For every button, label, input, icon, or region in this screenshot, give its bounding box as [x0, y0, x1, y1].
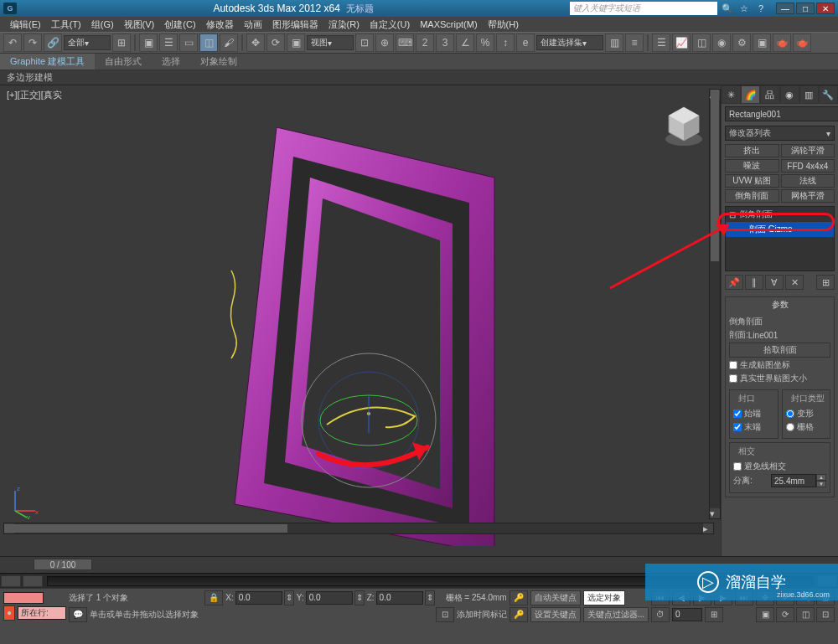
mod-extrude[interactable]: 挤出 [725, 144, 779, 157]
help-icon[interactable]: ☆ [737, 3, 751, 14]
esnap-button[interactable]: e [516, 33, 535, 52]
object-name-input[interactable] [725, 106, 838, 121]
menu-group[interactable]: 组(G) [86, 18, 119, 31]
curveedit-button[interactable]: 📈 [672, 33, 691, 52]
mod-noise[interactable]: 噪波 [725, 159, 779, 173]
timeconf-button[interactable]: ⏱ [651, 607, 670, 622]
mirror-button[interactable]: ▥ [605, 33, 623, 52]
track-btn-b[interactable] [23, 575, 43, 587]
pick-profile-button[interactable]: 拾取剖面 [729, 343, 830, 358]
tab-motion[interactable]: ◉ [780, 85, 799, 104]
v-scroll-down[interactable]: ▾ [710, 508, 720, 518]
track-btn-a[interactable] [1, 575, 21, 587]
move-button[interactable]: ✥ [246, 33, 265, 52]
keyfilter-button[interactable]: 关键点过滤器... [583, 607, 649, 622]
time-slider-thumb[interactable]: 0 / 100 [34, 559, 92, 570]
setkey-icon[interactable]: 🔑 [510, 607, 528, 622]
sep-input[interactable] [771, 474, 816, 487]
key-icon[interactable]: 🔑 [510, 590, 528, 605]
ribbon-subtab[interactable]: 多边形建模 [0, 70, 838, 85]
modifier-list-dropdown[interactable]: 修改器列表▾ [725, 126, 835, 141]
sep-down[interactable]: ▼ [816, 481, 826, 487]
undo-button[interactable]: ↶ [3, 33, 22, 52]
paint-button[interactable]: 🖌 [220, 33, 238, 52]
scene-object-profile[interactable] [223, 266, 256, 367]
chk-realworld[interactable] [729, 374, 737, 383]
menu-edit[interactable]: 编辑(E) [5, 18, 46, 31]
close-button[interactable]: ✕ [816, 3, 835, 14]
layers-button[interactable]: ☰ [652, 33, 670, 52]
rotation-gizmo[interactable] [285, 337, 453, 504]
menu-views[interactable]: 视图(V) [119, 18, 160, 31]
menu-rendering[interactable]: 渲染(R) [323, 18, 365, 31]
script-rec-icon[interactable]: ● [3, 605, 15, 621]
spinnersnap-button[interactable]: ↕ [496, 33, 515, 52]
selectname-button[interactable]: ☰ [159, 33, 178, 52]
ribbon-tab-graphite[interactable]: Graphite 建模工具 [0, 54, 95, 70]
coord-x[interactable] [235, 591, 282, 605]
mod-meshsmooth[interactable]: 网格平滑 [781, 189, 835, 203]
remove-button[interactable]: ✕ [785, 275, 804, 290]
menu-modifiers[interactable]: 修改器 [201, 18, 239, 31]
rendersetup-button[interactable]: ⚙ [732, 33, 751, 52]
search-go-icon[interactable]: 🔍 [721, 3, 734, 14]
render2-button[interactable]: 🫖 [793, 33, 811, 52]
script-listener[interactable] [3, 592, 44, 604]
modifier-stack[interactable]: ⊟ 倒角剖面 剖面 Gizmo [725, 206, 835, 271]
coord-y[interactable] [306, 591, 353, 605]
menu-tools[interactable]: 工具(T) [46, 18, 86, 31]
help-search-input[interactable]: 键入关键字或短语 [570, 2, 717, 15]
rectselect-button[interactable]: ▭ [179, 33, 198, 52]
mod-bevelprofile[interactable]: 倒角剖面 [725, 189, 779, 203]
menu-animation[interactable]: 动画 [239, 18, 267, 31]
configure-button[interactable]: ⊞ [816, 275, 835, 290]
nav-maxview[interactable]: ◫ [796, 607, 815, 622]
unique-button[interactable]: ∀ [765, 275, 784, 290]
expand-icon[interactable]: ⊟ [729, 210, 736, 219]
prompt-icon[interactable]: 💬 [69, 607, 87, 622]
snap2-button[interactable]: 2 [416, 33, 434, 52]
chk-genmapping[interactable] [729, 361, 737, 369]
refcoord-dropdown[interactable]: 视图 ▾ [307, 35, 354, 50]
ribbon-tab-selection[interactable]: 选择 [152, 54, 190, 70]
select-button[interactable]: ▣ [139, 33, 158, 52]
addtimekey[interactable]: 添加时间标记 [457, 609, 507, 621]
link-button[interactable]: 🔗 [44, 33, 62, 52]
tab-utilities[interactable]: 🔧 [819, 85, 838, 104]
named-selset-dropdown[interactable]: 创建选择集 ▾ [536, 35, 603, 50]
showend-button[interactable]: ∥ [745, 275, 763, 290]
script-input[interactable]: 所在行: [18, 606, 66, 620]
rollup-header[interactable]: 参数 [726, 297, 834, 312]
menu-grapheditors[interactable]: 图形编辑器 [267, 18, 323, 31]
v-scrollbar[interactable]: ▴ ▾ [709, 89, 721, 519]
nav-zoomext[interactable]: ▣ [756, 607, 774, 622]
minimize-button[interactable]: — [776, 3, 794, 14]
align-button[interactable]: ≡ [625, 33, 644, 52]
mod-turbosmooth[interactable]: 涡轮平滑 [781, 144, 835, 157]
menu-customize[interactable]: 自定义(U) [365, 18, 415, 31]
h-scrollbar[interactable]: ◂ ▸ [3, 523, 714, 534]
help2-icon[interactable]: ? [754, 3, 768, 14]
rad-morph[interactable] [786, 410, 794, 418]
autokey-button[interactable]: 自动关键点 [530, 590, 581, 605]
render-button[interactable]: 🫖 [773, 33, 791, 52]
menu-maxscript[interactable]: MAXScript(M) [415, 19, 482, 29]
renderframe-button[interactable]: ▣ [753, 33, 771, 52]
h-scroll-thumb[interactable] [4, 524, 287, 533]
chk-avoid[interactable] [733, 462, 742, 471]
tab-display[interactable]: ▥ [799, 85, 819, 104]
anglesnap-button[interactable]: ∠ [456, 33, 474, 52]
sep-up[interactable]: ▲ [816, 474, 826, 481]
chk-capend[interactable] [733, 423, 742, 431]
redo-button[interactable]: ↷ [23, 33, 42, 52]
lock-button[interactable]: 🔒 [204, 590, 223, 605]
coord-z[interactable] [376, 591, 423, 605]
manip-button[interactable]: ⊕ [375, 33, 394, 52]
schematic-button[interactable]: ◫ [692, 33, 711, 52]
pin-stack-button[interactable]: 📌 [725, 275, 743, 290]
filter-dropdown[interactable]: 全部 ▾ [64, 35, 111, 50]
stack-item-gizmo[interactable]: 剖面 Gizmo [726, 222, 834, 237]
setkey-button[interactable]: 设置关键点 [530, 607, 581, 622]
menu-help[interactable]: 帮助(H) [483, 18, 524, 31]
tab-create[interactable]: ✳ [722, 85, 741, 104]
